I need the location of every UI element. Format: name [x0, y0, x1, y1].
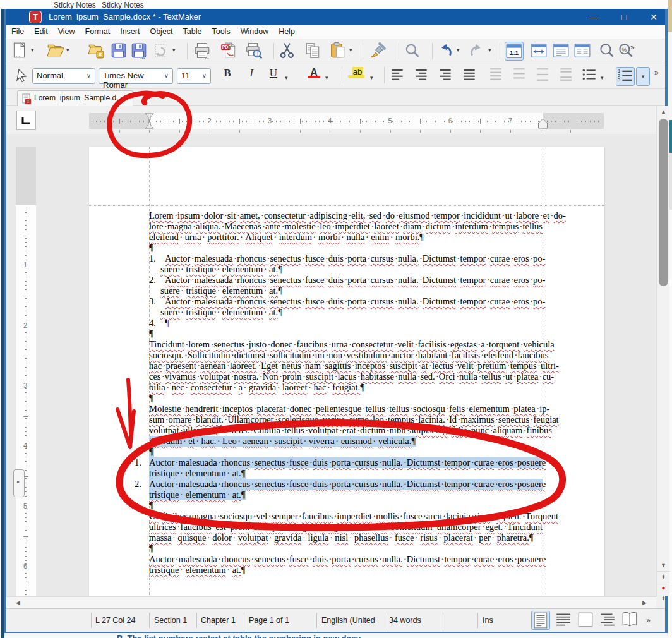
copy-button[interactable]	[304, 42, 323, 61]
align-right-button[interactable]	[438, 67, 453, 85]
svg-text:...: ...	[205, 54, 208, 59]
document-tab[interactable]: T Lorem_ipsum_Sample.d... ✕	[17, 90, 133, 106]
scrollbar-thumb[interactable]	[659, 119, 668, 286]
align-center-button[interactable]	[414, 67, 429, 85]
status-bar: L 27 Col 24Section 1Chapter 1Page 1 of 1…	[6, 608, 665, 632]
format-toolbar-overflow-button[interactable]: »	[654, 68, 659, 77]
menu-tools[interactable]: Tools	[207, 26, 235, 37]
scroll-up-icon[interactable]: ▲	[657, 106, 670, 117]
tab-type-selector[interactable]	[16, 111, 36, 130]
menu-file[interactable]: File	[6, 26, 29, 37]
line-spacing-button-4[interactable]	[558, 67, 573, 85]
align-left-button[interactable]	[390, 67, 405, 85]
font-size-combobox[interactable]: 11∨	[177, 68, 211, 84]
new-document-button[interactable]: ...	[11, 42, 30, 61]
status-position: L 27 Col 24	[95, 616, 135, 625]
close-button[interactable]: ✕	[639, 9, 668, 25]
save-button[interactable]	[110, 42, 129, 61]
scroll-right-icon[interactable]: ▶	[638, 597, 651, 608]
new-document-dropdown-icon[interactable]: ▾	[31, 47, 34, 53]
list-item-line: suere·tristique·elementum·at.¶	[149, 307, 543, 318]
print-preview-button[interactable]	[245, 42, 264, 61]
line-spacing-button-1[interactable]	[488, 67, 503, 85]
vertical-ruler[interactable]: 123456	[16, 147, 36, 596]
document-text[interactable]: Lorem·ipsum·dolor·sit·amet,·consectetur·…	[149, 210, 543, 575]
search-button[interactable]	[404, 42, 423, 61]
status-normal-view-button[interactable]	[531, 611, 550, 630]
bold-button[interactable]: B	[220, 67, 235, 85]
previous-object-button[interactable]: ⇞	[657, 571, 670, 582]
toolbar-separator	[363, 43, 363, 59]
cursor-select-button[interactable]	[15, 68, 29, 83]
cut-button[interactable]	[278, 42, 297, 61]
font-color-dropdown-icon[interactable]: ▾	[325, 75, 328, 81]
menu-insert[interactable]: Insert	[115, 26, 145, 37]
view-page-button[interactable]	[552, 42, 571, 61]
close-document-button[interactable]	[87, 42, 106, 61]
highlight-dropdown-icon[interactable]: ▾	[370, 75, 373, 81]
tab-close-icon[interactable]: ✕	[123, 93, 129, 102]
paste-button[interactable]	[329, 42, 348, 61]
save-all-button[interactable]: ...	[130, 42, 149, 61]
scroll-left-icon[interactable]: ◀	[11, 597, 25, 608]
status-concept-view-button[interactable]	[577, 611, 596, 630]
menu-help[interactable]: Help	[273, 26, 300, 37]
undo-button[interactable]	[436, 42, 455, 61]
export-pdf-button[interactable]: PDF	[220, 42, 239, 61]
undo-dropdown-icon[interactable]: ▾	[457, 47, 460, 53]
browse-object-button[interactable]: ●	[657, 582, 670, 593]
status-book-view-button[interactable]	[621, 611, 640, 630]
line-spacing-button-2[interactable]	[512, 67, 527, 85]
print-button[interactable]: ...	[193, 42, 212, 61]
highlight-button[interactable]: ab	[348, 67, 367, 85]
paragraph-style-combobox[interactable]: Normal∨	[32, 68, 95, 84]
first-line-indent-marker[interactable]	[144, 113, 155, 129]
font-color-button[interactable]: A	[306, 67, 321, 85]
format-brush-button[interactable]	[369, 42, 388, 61]
redo-button[interactable]	[468, 42, 487, 61]
horizontal-ruler[interactable]: 1234567	[89, 113, 604, 129]
menu-edit[interactable]: Edit	[29, 26, 53, 37]
magnifier-button[interactable]	[597, 42, 616, 61]
open-folder-button[interactable]	[46, 42, 65, 61]
italic-button[interactable]: I	[244, 67, 259, 85]
menu-format[interactable]: Format	[80, 26, 116, 37]
paste-dropdown-icon[interactable]: ▾	[349, 47, 352, 53]
revert-dropdown-icon[interactable]: ▾	[172, 47, 176, 53]
paragraph-line: tristique·elementum·at.¶	[149, 565, 543, 575]
revert-button[interactable]	[152, 42, 171, 61]
underline-button[interactable]: U	[266, 67, 281, 85]
menu-bar: FileEditViewFormatInsertObjectTableTools…	[6, 25, 665, 39]
maximize-button[interactable]: □	[609, 9, 639, 25]
vertical-scrollbar[interactable]: ▲ ▼ ⇞ ● ⇟	[656, 106, 669, 596]
open-folder-dropdown-icon[interactable]: ▾	[66, 47, 69, 53]
right-indent-marker[interactable]	[537, 118, 548, 129]
title-bar[interactable]: T Lorem_ipsum_Sample.docx * - TextMaker …	[6, 9, 665, 25]
bullet-list-button[interactable]	[581, 67, 597, 85]
numbered-list-dropdown-icon[interactable]: ▾	[636, 67, 650, 86]
fit-width-button[interactable]	[530, 42, 549, 61]
numbered-list-button[interactable]: 123	[616, 67, 635, 86]
minimize-button[interactable]: —	[579, 9, 608, 25]
status-overflow-button[interactable]: »	[646, 616, 651, 625]
toolbar-overflow-button[interactable]: »	[630, 43, 635, 52]
align-justify-button[interactable]	[462, 67, 477, 85]
line-spacing-button-3[interactable]	[535, 67, 550, 85]
menu-window[interactable]: Window	[236, 26, 273, 37]
underline-dropdown-icon[interactable]: ▾	[285, 75, 288, 81]
scroll-down-icon[interactable]: ▼	[657, 560, 670, 571]
zoom-100-button[interactable]: 1:1	[505, 42, 524, 61]
horizontal-scrollbar[interactable]: ◀ ▶	[6, 596, 656, 608]
status-outline-view-button[interactable]	[599, 611, 618, 630]
font-name-combobox[interactable]: Times New Romar∨	[99, 68, 173, 84]
menu-table[interactable]: Table	[178, 26, 207, 37]
bullet-list-dropdown-icon[interactable]: ▾	[601, 75, 604, 81]
view-2pages-button[interactable]	[573, 42, 592, 61]
status-continuous-view-button[interactable]	[555, 611, 573, 630]
sidebar-handle[interactable]	[13, 469, 25, 497]
next-object-button[interactable]: ⇟	[657, 593, 670, 603]
redo-dropdown-icon[interactable]: ▾	[488, 47, 491, 53]
background-taskbar-strip: Sticky Notes Sticky Notes	[0, 0, 672, 9]
menu-object[interactable]: Object	[145, 26, 177, 37]
menu-view[interactable]: View	[53, 26, 80, 37]
